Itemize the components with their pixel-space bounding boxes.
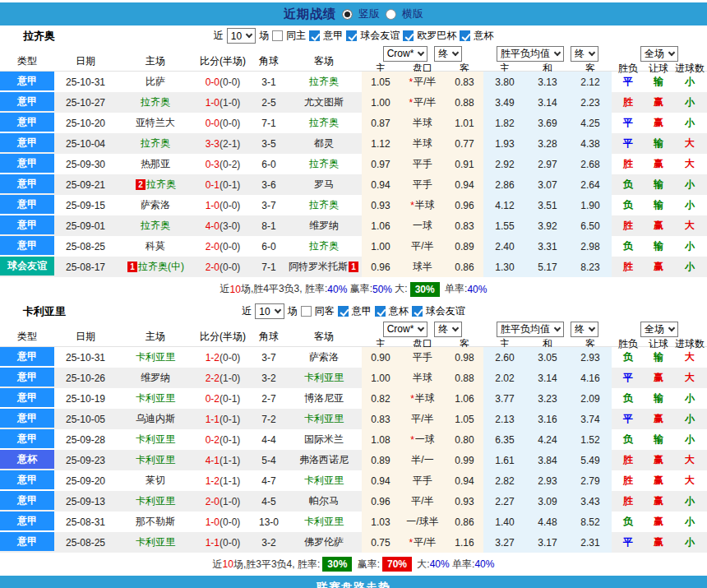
odds-time-select[interactable]: 终 [434, 322, 462, 337]
scope-select[interactable]: 全场 [640, 322, 678, 337]
home-team-link[interactable]: 卡利亚里 [136, 433, 175, 447]
away-team-link[interactable]: 萨索洛 [309, 350, 339, 364]
away-team-link[interactable]: 都灵 [314, 137, 334, 150]
odds-time-select[interactable]: 终 [434, 46, 462, 62]
competition-checkbox[interactable] [309, 30, 320, 41]
home-team-link[interactable]: 拉齐奥 [141, 219, 170, 233]
away-team-link[interactable]: 拉齐奥 [309, 157, 339, 171]
score-link[interactable]: 4-1 [206, 455, 219, 466]
wdl-mean-select[interactable]: 胜平负均值 [497, 322, 564, 337]
home-team-link[interactable]: 卡利亚里 [136, 453, 175, 467]
wdl-time-select[interactable]: 终 [571, 322, 598, 337]
col-date: 25-10-19 [54, 388, 117, 409]
score-link[interactable]: 0-1 [206, 179, 219, 191]
score-link[interactable]: 1-0 [206, 97, 219, 109]
home-team-link[interactable]: 拉齐奥(中) [138, 260, 184, 274]
away-team-link[interactable]: 卡利亚里 [304, 515, 344, 529]
scope-select[interactable]: 全场 [640, 46, 678, 62]
home-team-link[interactable]: 卡利亚里 [136, 350, 175, 364]
away-team-link[interactable]: 弗洛西诺尼 [299, 453, 349, 467]
col-mean-lose: 3.74 [569, 409, 612, 429]
score-link[interactable]: 0-3 [206, 159, 219, 170]
col-home-team: 拉齐奥 [117, 215, 194, 236]
score-link[interactable]: 0-0 [206, 118, 219, 129]
match-row: 意甲25-10-19卡利亚里0-2(0-1)2-7博洛尼亚0.82*半球1.06… [0, 388, 707, 409]
vertical-layout-radio[interactable] [342, 9, 353, 20]
col-away-team: 萨索洛 [286, 347, 362, 368]
home-team-link[interactable]: 比萨 [146, 75, 165, 89]
score-link[interactable]: 1-2 [206, 475, 219, 487]
horizontal-layout-radio[interactable] [386, 9, 396, 20]
home-team-link[interactable]: 维罗纳 [141, 371, 170, 385]
score-link[interactable]: 1-0 [206, 200, 219, 211]
col-home-team: 2拉齐奥 [117, 174, 194, 195]
away-team-link[interactable]: 佛罗伦萨 [304, 535, 344, 549]
score-link[interactable]: 3-3 [206, 138, 219, 150]
home-team-link[interactable]: 热那亚 [141, 157, 170, 171]
away-team-link[interactable]: 罗马 [314, 178, 334, 192]
home-team-link[interactable]: 卡利亚里 [136, 391, 175, 405]
away-team-link[interactable]: 卡利亚里 [304, 474, 344, 488]
score-link[interactable]: 2-2 [206, 373, 219, 384]
score-link[interactable]: 4-0 [206, 220, 219, 232]
away-team-link[interactable]: 博洛尼亚 [304, 391, 344, 405]
home-team-link[interactable]: 亚特兰大 [136, 116, 175, 130]
match-count-select[interactable]: 10 [255, 303, 284, 319]
competition-checkbox[interactable] [412, 306, 423, 317]
same-venue-checkbox[interactable] [272, 30, 283, 41]
away-team-link[interactable]: 阿特罗米托斯 [289, 260, 348, 274]
col-away-team: 都灵 [286, 133, 362, 154]
vertical-layout-label: 竖版 [358, 7, 380, 21]
score-link[interactable]: 0-0 [206, 76, 219, 88]
competition-checkbox[interactable] [346, 30, 357, 41]
score-link[interactable]: 2-0 [206, 241, 219, 252]
score-link[interactable]: 0-2 [206, 434, 219, 446]
home-team-link[interactable]: 乌迪内斯 [136, 412, 175, 426]
score-link[interactable]: 1-2 [206, 352, 219, 363]
home-team-link[interactable]: 拉齐奥 [141, 137, 170, 150]
col-home-team: 1拉齐奥(中) [117, 257, 194, 277]
score-link[interactable]: 1-1 [206, 414, 219, 425]
away-team-link[interactable]: 尤文图斯 [304, 95, 344, 109]
home-team-link[interactable]: 莱切 [146, 474, 165, 488]
match-count-select[interactable]: 10 [227, 28, 256, 44]
competition-checkbox[interactable] [403, 30, 414, 41]
col-date: 25-09-21 [54, 174, 117, 195]
score-link[interactable]: 1-0 [206, 516, 219, 528]
bookmaker-select[interactable]: Crow* [383, 46, 428, 62]
wdl-time-select[interactable]: 终 [571, 46, 598, 62]
home-team-link[interactable]: 卡利亚里 [136, 494, 175, 508]
score-link[interactable]: 2-0 [206, 262, 219, 273]
col-home-team: 亚特兰大 [117, 113, 194, 133]
away-team-link[interactable]: 卡利亚里 [304, 371, 344, 385]
wdl-mean-select[interactable]: 胜平负均值 [497, 46, 564, 62]
score-link[interactable]: 2-0 [206, 496, 219, 507]
competition-label: 意甲 [351, 304, 372, 318]
competition-checkbox[interactable] [460, 30, 470, 41]
home-team-link[interactable]: 卡利亚里 [136, 535, 175, 549]
away-team-link[interactable]: 拉齐奥 [309, 239, 339, 253]
same-venue-checkbox[interactable] [301, 306, 312, 317]
away-team-link[interactable]: 卡利亚里 [304, 412, 344, 426]
competition-label: 意甲 [322, 29, 344, 43]
away-team-link[interactable]: 拉齐奥 [309, 75, 339, 89]
col-home-odds: 0.90 [362, 347, 400, 368]
away-team-link[interactable]: 拉齐奥 [309, 116, 339, 130]
away-team-link[interactable]: 拉齐奥 [309, 198, 339, 212]
home-team-link[interactable]: 拉齐奥 [141, 95, 170, 109]
away-team-link[interactable]: 国际米兰 [304, 433, 344, 447]
bookmaker-select[interactable]: Crow* [383, 322, 428, 337]
score-link[interactable]: 1-1 [206, 537, 219, 549]
away-team-link[interactable]: 帕尔马 [309, 494, 339, 508]
home-team-link[interactable]: 那不勒斯 [136, 515, 175, 529]
col-home-team: 拉齐奥 [117, 92, 194, 113]
competition-checkbox[interactable] [338, 306, 349, 317]
home-team-link[interactable]: 拉齐奥 [146, 178, 176, 192]
col-home-team: 科莫 [117, 236, 194, 257]
home-team-link[interactable]: 萨索洛 [141, 198, 170, 212]
score-link[interactable]: 0-2 [206, 393, 219, 405]
away-team-link[interactable]: 维罗纳 [309, 219, 339, 233]
col-mean-lose: 2.31 [569, 532, 612, 553]
home-team-link[interactable]: 科莫 [146, 239, 165, 253]
competition-checkbox[interactable] [375, 306, 386, 317]
